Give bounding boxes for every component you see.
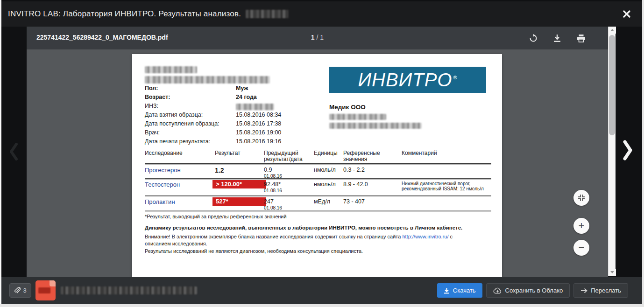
redacted-clinic-line — [329, 123, 422, 129]
comment: Нижний диагностический порог, рекомендов… — [402, 181, 491, 191]
table-rule — [145, 179, 491, 180]
page-indicator: 1 / 1 — [27, 34, 608, 41]
table-rule — [145, 164, 491, 165]
info-label: ИНЗ: — [145, 103, 158, 109]
page-separator: / — [317, 34, 318, 41]
table-rule — [145, 196, 491, 197]
download-icon[interactable] — [552, 34, 562, 43]
previous-result: 0.9 01.08.16 — [264, 167, 308, 179]
viewer-title: INVITRO LAB: Лаборатория ИНВИТРО. Резуль… — [8, 9, 241, 19]
forward-arrow-icon — [580, 288, 587, 293]
previous-attachment-chevron[interactable] — [9, 143, 18, 160]
redacted-inz-value — [236, 104, 274, 110]
invitro-url-link[interactable]: http://www.invitro.ru/ — [402, 234, 448, 239]
download-button[interactable]: Скачать — [437, 283, 482, 298]
units: нмоль/л — [314, 167, 336, 173]
table-rule — [145, 195, 491, 196]
units: нмоль/л — [314, 181, 336, 188]
col-header-reference: Референсные значения — [343, 150, 395, 162]
info-label: Врач: — [145, 129, 160, 136]
info-value: Муж — [236, 85, 248, 91]
next-attachment-chevron[interactable] — [623, 140, 632, 160]
test-name-link[interactable]: Пролактин — [145, 198, 175, 205]
scrollbar-thumb[interactable] — [609, 35, 615, 135]
rotate-icon[interactable] — [529, 34, 538, 43]
scrollbar-up-icon[interactable] — [609, 27, 616, 34]
pdf-page: Пол: Муж Возраст: 24 года ИНЗ: Дата взят… — [132, 54, 502, 277]
window-edge — [642, 0, 644, 307]
col-header-comment: Комментарий — [402, 150, 437, 156]
footnote-out-of-range: *Результат, выходящий за пределы референ… — [145, 214, 287, 219]
col-header-previous: Предыдущий результат/дата — [264, 150, 307, 162]
pdf-viewer-area: Пол: Муж Возраст: 24 года ИНЗ: Дата взят… — [27, 49, 608, 277]
previous-date: 01.08.16 — [264, 188, 308, 193]
reference-range: 73 - 407 — [343, 198, 365, 205]
test-name-link[interactable]: Тестостерон — [145, 181, 180, 188]
attachments-bar: 3 Скачать Сохранить в Облако — [1, 277, 642, 304]
paperclip-icon — [14, 287, 21, 294]
reference-range: 8.9 - 42.0 — [343, 181, 368, 188]
invitro-logo-text: ИНВИТРО® — [358, 70, 457, 91]
info-label: Дата поступления образца: — [145, 120, 219, 127]
vertical-scrollbar[interactable] — [608, 27, 616, 276]
attachment-count-chip[interactable]: 3 — [9, 283, 31, 298]
info-value: 15.08.2016 19:00 — [236, 129, 281, 136]
info-value: 15.08.2016 19:16 — [236, 138, 281, 145]
scrollbar-down-icon[interactable] — [609, 269, 616, 276]
redacted-clinic-line — [329, 114, 386, 120]
col-header-test: Исследование — [145, 150, 183, 156]
redacted-patient-line — [145, 76, 270, 84]
info-label: Пол: — [145, 85, 158, 91]
zoom-out-icon[interactable]: − — [573, 240, 589, 256]
print-icon[interactable] — [576, 34, 586, 43]
dynamics-note: Динамику результатов исследований, выпол… — [145, 225, 462, 230]
file-corner-fold — [50, 280, 56, 286]
previous-result: 247 01.08.16 — [264, 198, 308, 210]
attachment-viewer-window: INVITRO LAB: Лаборатория ИНВИТРО. Резуль… — [0, 0, 644, 307]
table-rule — [145, 211, 491, 212]
table-rule — [145, 163, 491, 164]
info-value: 15.08.2016 08:34 — [236, 112, 281, 118]
redacted-patient-name — [145, 66, 197, 73]
redacted-attachment-filename — [61, 286, 197, 294]
result-value-out-of-range: > 120.00* — [212, 180, 266, 188]
download-icon — [444, 287, 450, 294]
window-edge — [0, 0, 1, 307]
forward-button[interactable]: Переслать — [573, 283, 628, 298]
fit-screen-icon[interactable] — [573, 190, 589, 206]
col-header-units: Единицы — [314, 150, 338, 156]
page-total: 1 — [320, 34, 324, 41]
table-rule — [145, 178, 491, 179]
info-value: 24 года — [236, 94, 257, 100]
redacted-file-label — [38, 287, 50, 293]
info-label: Дата печати результата: — [145, 138, 210, 145]
reference-range: 0.3 - 2.2 — [343, 167, 365, 173]
save-to-cloud-button[interactable]: Сохранить в Облако — [486, 283, 570, 298]
page-current: 1 — [311, 34, 315, 41]
table-rule — [145, 210, 491, 210]
invitro-logo: ИНВИТРО® — [329, 67, 486, 93]
titlebar: INVITRO LAB: Лаборатория ИНВИТРО. Резуль… — [1, 1, 642, 27]
pdf-toolbar: 225741422_56289422_0_МАГОМЕДОВ.pdf 1 / 1 — [27, 27, 608, 49]
info-label: Возраст: — [145, 94, 170, 100]
attachment-count: 3 — [23, 287, 26, 294]
close-icon[interactable] — [621, 8, 633, 20]
info-value: 15.08.2016 17:38 — [236, 120, 281, 127]
previous-result: 92.48* 01.08.16 — [264, 181, 308, 193]
units: мЕд/л — [314, 198, 330, 205]
test-name-link[interactable]: Прогестерон — [145, 167, 181, 174]
result-value-out-of-range: 527* — [212, 197, 266, 206]
redacted-text — [246, 10, 289, 18]
attention-note: Внимание! В электронном экземпляре бланк… — [145, 233, 474, 247]
disclaimer-note: Результаты исследований не являются диаг… — [145, 248, 363, 254]
col-header-result: Результат — [215, 150, 241, 156]
toolbar-actions — [529, 27, 586, 49]
window-edge — [0, 304, 644, 307]
result-value: 1.2 — [215, 167, 224, 174]
pdf-file-icon[interactable] — [35, 280, 56, 300]
attachment-actions: Скачать Сохранить в Облако Переслать — [437, 283, 628, 298]
zoom-in-icon[interactable]: + — [573, 218, 589, 234]
clinic-name: Медик ООО — [329, 104, 366, 111]
info-label: Дата взятия образца: — [145, 112, 203, 118]
cloud-icon — [493, 287, 502, 294]
